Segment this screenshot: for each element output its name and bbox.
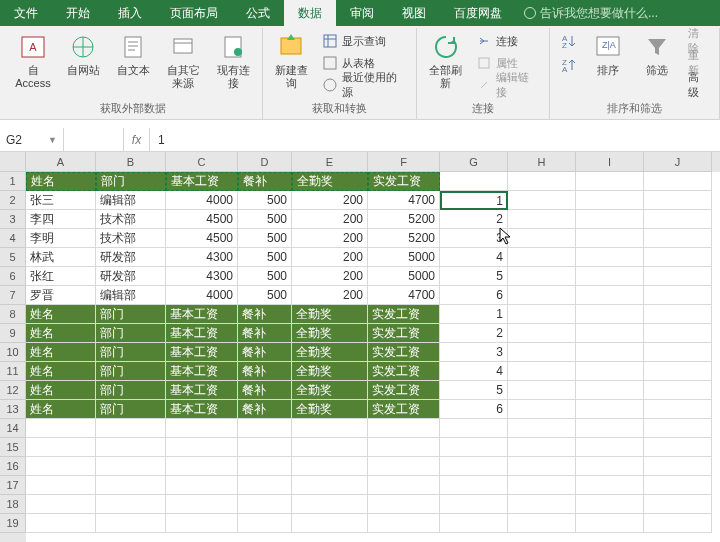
cell[interactable]: 李四 [26,210,96,229]
cell[interactable] [508,495,576,514]
cell[interactable]: 2 [440,324,508,343]
row-header[interactable]: 14 [0,419,26,438]
header-cell[interactable]: 姓名 [26,172,96,191]
tab-view[interactable]: 视图 [388,0,440,26]
cell[interactable] [576,362,644,381]
cell[interactable]: 技术部 [96,229,166,248]
cell[interactable]: 姓名 [26,324,96,343]
cell[interactable]: 部门 [96,343,166,362]
cell[interactable]: 500 [238,210,292,229]
fx-button[interactable]: fx [124,128,150,151]
cell[interactable]: 3 [440,343,508,362]
cell[interactable] [644,267,712,286]
cell[interactable] [368,438,440,457]
cell[interactable] [292,514,368,533]
cell[interactable] [292,419,368,438]
cell[interactable] [576,514,644,533]
row-header[interactable]: 17 [0,476,26,495]
cell[interactable] [644,343,712,362]
cell[interactable] [576,191,644,210]
col-header[interactable]: D [238,152,292,172]
cell[interactable] [576,457,644,476]
cell[interactable]: 200 [292,191,368,210]
cell[interactable]: 200 [292,286,368,305]
cell[interactable]: 张三 [26,191,96,210]
cell[interactable] [238,514,292,533]
cell[interactable]: 4000 [166,286,238,305]
cell[interactable] [644,438,712,457]
cell[interactable] [508,286,576,305]
cell[interactable] [368,476,440,495]
cell[interactable] [644,305,712,324]
cell[interactable]: 姓名 [26,381,96,400]
btn-existing-conn[interactable]: 现有连接 [210,30,256,92]
cell[interactable] [508,210,576,229]
col-header[interactable]: F [368,152,440,172]
tab-data[interactable]: 数据 [284,0,336,26]
row-header[interactable]: 15 [0,438,26,457]
cell[interactable] [26,514,96,533]
cell[interactable] [644,419,712,438]
cell[interactable] [292,495,368,514]
cell[interactable]: 500 [238,267,292,286]
header-cell[interactable]: 餐补 [238,172,292,191]
cell[interactable] [166,476,238,495]
cell[interactable] [508,248,576,267]
cell[interactable]: 200 [292,229,368,248]
cell[interactable] [440,172,508,191]
cell[interactable] [96,419,166,438]
btn-connections[interactable]: 连接 [472,30,543,52]
cell[interactable]: 5200 [368,210,440,229]
btn-from-other[interactable]: 自其它来源 [160,30,206,92]
row-header[interactable]: 3 [0,210,26,229]
tab-baidu[interactable]: 百度网盘 [440,0,516,26]
cell[interactable] [440,476,508,495]
row-header[interactable]: 2 [0,191,26,210]
cell[interactable]: 4300 [166,248,238,267]
cell[interactable]: 5000 [368,248,440,267]
cell[interactable] [576,343,644,362]
row-header[interactable]: 10 [0,343,26,362]
row-header[interactable]: 4 [0,229,26,248]
cell[interactable]: 实发工资 [368,362,440,381]
cell[interactable]: 姓名 [26,305,96,324]
cell[interactable] [644,514,712,533]
cell[interactable]: 实发工资 [368,305,440,324]
cell[interactable]: 4700 [368,286,440,305]
tell-me[interactable]: 告诉我您想要做什么... [524,0,658,26]
cell[interactable] [508,457,576,476]
row-header[interactable]: 9 [0,324,26,343]
cell[interactable] [368,457,440,476]
cell[interactable]: 200 [292,210,368,229]
col-header[interactable]: I [576,152,644,172]
col-header[interactable]: G [440,152,508,172]
cell[interactable] [508,400,576,419]
cell[interactable] [576,495,644,514]
cell[interactable] [368,419,440,438]
cell[interactable] [96,457,166,476]
cell[interactable] [644,191,712,210]
cell[interactable]: 基本工资 [166,400,238,419]
cell[interactable] [26,457,96,476]
cell[interactable] [26,495,96,514]
cell[interactable]: 4 [440,362,508,381]
cell[interactable] [644,400,712,419]
cell[interactable] [644,229,712,248]
cell[interactable]: 实发工资 [368,400,440,419]
cell[interactable] [508,362,576,381]
cell[interactable]: 4300 [166,267,238,286]
cell[interactable] [508,324,576,343]
cell[interactable]: 500 [238,248,292,267]
cell[interactable] [440,419,508,438]
cell[interactable] [576,400,644,419]
cell[interactable]: 罗晋 [26,286,96,305]
col-header[interactable]: A [26,152,96,172]
cell[interactable] [508,419,576,438]
cell[interactable]: 全勤奖 [292,305,368,324]
cell[interactable] [238,438,292,457]
cell[interactable]: 部门 [96,400,166,419]
col-header[interactable]: J [644,152,712,172]
cell[interactable]: 全勤奖 [292,381,368,400]
cell[interactable]: 全勤奖 [292,324,368,343]
cell[interactable]: 姓名 [26,343,96,362]
